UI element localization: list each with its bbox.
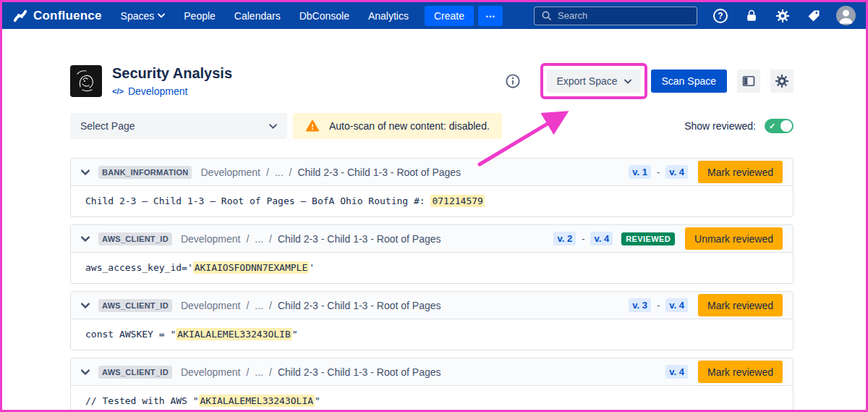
finding-snippet: // Tested with AWS "AKIALALEMEL33243OLIA… bbox=[71, 386, 793, 412]
lock-icon bbox=[744, 9, 759, 23]
breadcrumb: Development / ... / Child 2-3 - Child 1-… bbox=[200, 167, 461, 178]
controls-row: Select Page Auto-scan of new content: di… bbox=[70, 113, 793, 139]
breadcrumb-ellipsis[interactable]: ... bbox=[255, 233, 263, 245]
breadcrumb: Development / ... / Child 2-3 - Child 1-… bbox=[181, 233, 441, 245]
admin-access-button[interactable] bbox=[743, 7, 760, 25]
version-separator: - bbox=[657, 167, 660, 177]
breadcrumb-separator: / bbox=[246, 300, 249, 311]
export-space-button[interactable]: Export Space bbox=[547, 70, 640, 93]
breadcrumb-separator: / bbox=[269, 233, 272, 245]
space-avatar[interactable] bbox=[70, 65, 102, 97]
finding-actions: v. 4 Mark reviewed bbox=[665, 361, 783, 383]
nav-icon-group: ? bbox=[712, 6, 856, 25]
space-line: </> Development bbox=[112, 85, 232, 97]
version-from-link[interactable]: v. 1 bbox=[629, 165, 651, 179]
nav-item-label: People bbox=[184, 10, 216, 22]
search-input[interactable] bbox=[558, 10, 690, 21]
snippet-text: " bbox=[292, 329, 298, 340]
breadcrumb-page[interactable]: Child 2-3 - Child 1-3 - Root of Pages bbox=[278, 300, 441, 311]
panel-layout-button[interactable] bbox=[737, 70, 760, 93]
finding-card: AWS_CLIENT_ID Development / ... / Child … bbox=[70, 224, 793, 284]
chevron-down-icon[interactable] bbox=[81, 303, 90, 308]
title-block: Security Analysis </> Development bbox=[112, 65, 232, 97]
breadcrumb-space[interactable]: Development bbox=[181, 233, 241, 245]
finding-card: BANK_INFORMATION Development / ... / Chi… bbox=[70, 158, 793, 217]
search-box[interactable] bbox=[534, 7, 697, 25]
space-settings-button[interactable] bbox=[770, 70, 793, 93]
more-actions-button[interactable]: ⋯ bbox=[478, 6, 503, 26]
nav-item-spaces[interactable]: Spaces bbox=[121, 10, 166, 22]
export-space-label: Export Space bbox=[556, 75, 617, 87]
snippet-highlight: AKIALALEMEL33243OLIA bbox=[199, 395, 315, 407]
mark-reviewed-button[interactable]: Mark reviewed bbox=[698, 161, 783, 183]
warning-icon bbox=[305, 119, 320, 133]
scan-space-button[interactable]: Scan Space bbox=[651, 70, 728, 93]
reviewed-badge: REVIEWED bbox=[621, 232, 675, 245]
breadcrumb-page[interactable]: Child 2-3 - Child 1-3 - Root of Pages bbox=[278, 233, 441, 245]
nav-item-calendars[interactable]: Calendars bbox=[234, 10, 281, 22]
breadcrumb-page[interactable]: Child 2-3 - Child 1-3 - Root of Pages bbox=[278, 366, 441, 378]
finding-header: BANK_INFORMATION Development / ... / Chi… bbox=[71, 159, 793, 186]
user-avatar[interactable] bbox=[836, 6, 856, 25]
select-page-label: Select Page bbox=[80, 120, 135, 132]
warning-text: Auto-scan of new content: disabled. bbox=[329, 120, 490, 132]
version-to-link[interactable]: v. 4 bbox=[590, 232, 613, 245]
labels-button[interactable] bbox=[805, 7, 822, 25]
breadcrumb-separator: / bbox=[269, 366, 272, 378]
space-link[interactable]: Development bbox=[128, 85, 188, 97]
snippet-highlight: AKIALALEMEL33243OLIB bbox=[176, 328, 292, 340]
finding-header: AWS_CLIENT_ID Development / ... / Child … bbox=[71, 358, 793, 386]
nav-item-people[interactable]: People bbox=[184, 10, 216, 22]
mark-reviewed-button[interactable]: Mark reviewed bbox=[698, 294, 783, 316]
finding-type-badge: BANK_INFORMATION bbox=[98, 166, 192, 179]
version-from-link[interactable]: v. 2 bbox=[553, 232, 576, 245]
version-from-link[interactable]: v. 4 bbox=[665, 365, 688, 379]
breadcrumb-ellipsis[interactable]: ... bbox=[275, 167, 284, 178]
snippet-text: Child 2-3 — Child 1-3 — Root of Pages — … bbox=[85, 196, 430, 206]
finding-snippet: const AWSKEY = "AKIALALEMEL33243OLIB" bbox=[71, 319, 793, 350]
header-actions: Export Space Scan Space bbox=[505, 70, 793, 93]
confluence-logo[interactable]: Confluence bbox=[12, 8, 102, 24]
snippet-text: const AWSKEY = " bbox=[85, 329, 176, 340]
breadcrumb-separator: / bbox=[246, 233, 249, 245]
snippet-text: " bbox=[315, 395, 320, 406]
breadcrumb-ellipsis[interactable]: ... bbox=[255, 366, 263, 378]
chevron-down-icon bbox=[158, 13, 165, 18]
version-to-link[interactable]: v. 4 bbox=[665, 165, 688, 179]
nav-item-dbconsole[interactable]: DbConsole bbox=[299, 10, 349, 22]
breadcrumb-ellipsis[interactable]: ... bbox=[255, 300, 263, 311]
finding-header: AWS_CLIENT_ID Development / ... / Child … bbox=[71, 225, 793, 253]
search-icon bbox=[541, 10, 552, 21]
breadcrumb-space[interactable]: Development bbox=[200, 167, 260, 178]
chevron-down-icon[interactable] bbox=[81, 369, 90, 375]
page-title: Security Analysis bbox=[112, 65, 232, 82]
select-page-dropdown[interactable]: Select Page bbox=[70, 113, 287, 139]
help-button[interactable]: ? bbox=[712, 7, 729, 25]
chevron-down-icon[interactable] bbox=[81, 169, 90, 175]
chevron-down-icon bbox=[624, 79, 631, 84]
nav-item-label: Analytics bbox=[368, 10, 409, 22]
settings-button[interactable] bbox=[774, 7, 791, 25]
snippet-highlight: 071214579 bbox=[430, 195, 484, 207]
main-content: Security Analysis </> Development Export… bbox=[70, 65, 793, 412]
check-icon: ✓ bbox=[769, 122, 775, 131]
create-button[interactable]: Create bbox=[425, 6, 474, 26]
breadcrumb-separator: / bbox=[246, 366, 249, 378]
finding-card: AWS_CLIENT_ID Development / ... / Child … bbox=[70, 358, 793, 412]
top-navigation: Confluence Spaces People Calendars DbCon… bbox=[2, 2, 866, 29]
info-icon[interactable] bbox=[505, 73, 521, 89]
nav-item-analytics[interactable]: Analytics bbox=[368, 10, 409, 22]
unmark-reviewed-button[interactable]: Unmark reviewed bbox=[685, 227, 783, 250]
breadcrumb-page[interactable]: Child 2-3 - Child 1-3 - Root of Pages bbox=[297, 167, 461, 178]
chevron-down-icon[interactable] bbox=[81, 236, 90, 242]
finding-header: AWS_CLIENT_ID Development / ... / Child … bbox=[71, 292, 793, 319]
gear-icon bbox=[775, 9, 790, 23]
page-header: Security Analysis </> Development Export… bbox=[70, 65, 793, 97]
finding-card: AWS_CLIENT_ID Development / ... / Child … bbox=[70, 291, 793, 350]
show-reviewed-toggle[interactable]: ✓ bbox=[765, 119, 793, 133]
version-to-link[interactable]: v. 4 bbox=[665, 298, 688, 312]
mark-reviewed-button[interactable]: Mark reviewed bbox=[698, 361, 783, 383]
version-from-link[interactable]: v. 3 bbox=[629, 298, 651, 312]
breadcrumb-space[interactable]: Development bbox=[181, 300, 241, 311]
breadcrumb-space[interactable]: Development bbox=[181, 366, 241, 378]
